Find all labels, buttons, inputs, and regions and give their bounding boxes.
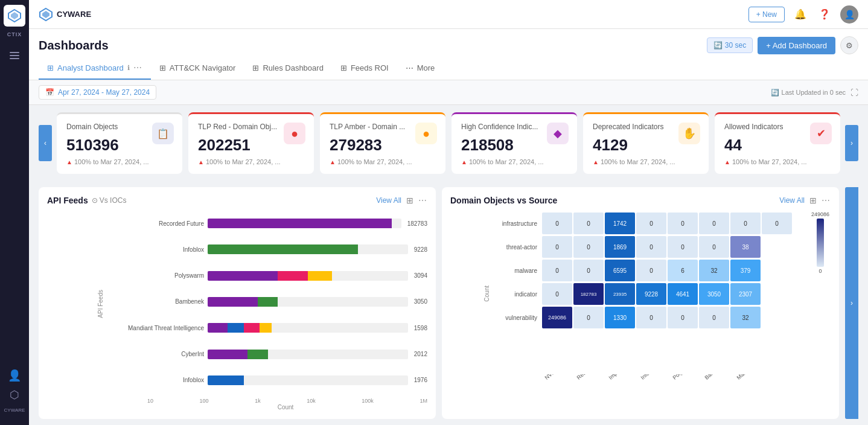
- bar-rows: Recorded Future 182783 Infoblox 9228: [107, 212, 427, 395]
- bar-track-0: [208, 219, 401, 228]
- ctix-label: CTIX: [7, 31, 22, 37]
- bar-chart-grid-icon[interactable]: ⊞: [406, 196, 413, 205]
- tab-info-icon[interactable]: ℹ: [127, 64, 130, 72]
- heatmap-wrapper: Count infrastructure 0 0 1742 0 0 0 0: [450, 212, 831, 374]
- heatmap-title: Domain Objects vs Source: [450, 196, 557, 205]
- tab-feeds-roi[interactable]: ⊞ Feeds ROI: [332, 57, 397, 80]
- card-trend-domain: ▲ 100% to Mar 27, 2024, ...: [66, 158, 173, 165]
- sidebar-bottom: 👤 ⬡ CYWARE: [4, 369, 25, 420]
- bar-val-1: 9228: [414, 246, 427, 253]
- page-title: Dashboards: [39, 39, 109, 53]
- tab-label-more: More: [417, 63, 435, 72]
- heatmap-area: Count infrastructure 0 0 1742 0 0 0 0: [450, 212, 831, 411]
- bar-chart-actions: View All ⊞ ⋯: [376, 196, 427, 205]
- bar-label-5: CyberInt: [107, 351, 204, 357]
- cards-next-arrow[interactable]: ›: [845, 125, 858, 161]
- tab-icon-feeds: ⊞: [340, 63, 347, 72]
- cyware-label: CYWARE: [4, 407, 25, 413]
- bar-label-1: Infoblox: [107, 246, 204, 253]
- menu-toggle[interactable]: [5, 47, 24, 64]
- bar-chart-view-all[interactable]: View All: [376, 196, 401, 205]
- date-row: 📅 Apr 27, 2024 - May 27, 2024 🔄 Last Upd…: [29, 80, 868, 105]
- metric-cards-area: ‹ 📋 Domain Objects 510396 ▲ 100% to Mar …: [29, 105, 868, 181]
- hm-cell-infra-0: 0: [542, 212, 572, 234]
- card-deprecated: ✋ Deprecated Indicators 4129 ▲ 100% to M…: [583, 112, 709, 174]
- heatmap-row-infrastructure: infrastructure 0 0 1742 0 0 0 0 0: [493, 212, 831, 234]
- fullscreen-icon[interactable]: ⛶: [850, 88, 858, 97]
- card-icon-tlp-red: ●: [284, 123, 305, 144]
- tab-analyst-dashboard[interactable]: ⊞ Analyst Dashboard ℹ ⋯: [39, 57, 151, 80]
- x-axis-title: Count: [47, 404, 427, 411]
- scale-max: 249086: [811, 212, 829, 217]
- heatmap-view-all[interactable]: View All: [779, 196, 805, 205]
- bar-row-mandiant: Mandiant Threat Intelligence 1598: [107, 323, 427, 333]
- topbar-right: + New 🔔 ❓ 👤: [748, 5, 858, 24]
- hm-cell-infra-5: 0: [699, 212, 729, 234]
- app-name: CYWARE: [57, 10, 91, 19]
- heatmap-y-label: Count: [483, 286, 490, 302]
- bar-val-4: 1598: [414, 325, 427, 331]
- charts-area: API Feeds ⊙ Vs IOCs View All ⊞ ⋯ API Fee…: [29, 181, 868, 425]
- bar-label-6: Infoblox: [107, 377, 204, 383]
- cards-prev-arrow[interactable]: ‹: [39, 125, 52, 161]
- bar-seg-3b: [258, 297, 278, 307]
- bar-row-infoblox1: Infoblox 9228: [107, 244, 427, 254]
- cyware-logo-icon: [7, 8, 22, 23]
- bar-val-5: 2012: [414, 351, 427, 357]
- tab-menu-icon[interactable]: ⋯: [133, 63, 142, 72]
- heatmap-header: Domain Objects vs Source View All ⊞ ⋯: [450, 196, 831, 205]
- bar-seg-2a: [208, 271, 278, 281]
- heatmap-menu-icon[interactable]: ⋯: [822, 196, 831, 205]
- bar-track-6: [208, 375, 408, 385]
- timer-badge: 🔄 30 sec: [707, 37, 753, 53]
- bar-chart-menu-icon[interactable]: ⋯: [418, 196, 427, 205]
- card-trend-tlp-red: ▲ 100% to Mar 27, 2024, ...: [198, 158, 304, 165]
- bar-seg-6: [208, 375, 244, 385]
- topbar-left: CYWARE: [39, 7, 91, 22]
- bar-track-4: [208, 323, 408, 333]
- avatar[interactable]: 👤: [840, 5, 858, 24]
- help-icon[interactable]: ❓: [816, 6, 833, 22]
- heatmap-grid-icon[interactable]: ⊞: [809, 196, 817, 205]
- hm-cell-mal-4: 6: [668, 260, 698, 281]
- card-allowed: ✔ Allowed Indicators 44 ▲ 100% to Mar 27…: [715, 112, 840, 174]
- bar-label-2: Polyswarm: [107, 272, 204, 279]
- charts-next-arrow[interactable]: ›: [845, 187, 858, 419]
- tab-more[interactable]: ⋯ More: [397, 57, 444, 80]
- bar-seg-2c: [308, 271, 332, 281]
- hm-cell-vuln-0: 249086: [542, 307, 572, 328]
- tab-rules-dashboard[interactable]: ⊞ Rules Dashboard: [244, 57, 331, 80]
- heatmap-col-labels: NVD Recorded Future Import Infoblox Poly…: [450, 374, 831, 411]
- bar-row-infoblox2: Infoblox 1976: [107, 375, 427, 385]
- bar-row-polyswarm: Polyswarm 3094: [107, 271, 427, 281]
- bar-val-6: 1976: [414, 377, 427, 383]
- cyware-logo: CYWARE: [39, 7, 91, 22]
- hm-cell-vuln-5: 0: [699, 307, 729, 328]
- hm-cell-infra-6: 0: [730, 212, 761, 234]
- tab-label-rules: Rules Dashboard: [263, 63, 323, 72]
- hm-cell-vuln-4: 0: [668, 307, 698, 328]
- card-icon-tlp-amber: ●: [415, 123, 437, 144]
- date-range-picker[interactable]: 📅 Apr 27, 2024 - May 27, 2024: [39, 85, 156, 100]
- hm-cell-threat-5: 0: [699, 236, 729, 258]
- brand-icon[interactable]: ⬡: [10, 388, 19, 401]
- card-icon-deprecated: ✋: [678, 123, 700, 144]
- hm-cell-threat-2: 1869: [605, 236, 635, 258]
- hm-cell-infra-3: 0: [636, 212, 666, 234]
- svg-marker-3: [42, 11, 49, 18]
- bar-track-3: [208, 297, 408, 307]
- header-right: 🔄 30 sec + Add Dashboard ⚙: [707, 36, 858, 54]
- card-tlp-amber: ● TLP Amber - Domain ... 279283 ▲ 100% t…: [320, 112, 445, 174]
- scale-gradient: [817, 219, 824, 267]
- add-dashboard-button[interactable]: + Add Dashboard: [758, 37, 835, 54]
- tab-attck-navigator[interactable]: ⊞ ATT&CK Navigator: [151, 57, 244, 80]
- hm-cell-ind-5: 3050: [699, 283, 729, 305]
- bar-val-0: 182783: [407, 220, 427, 227]
- user-icon[interactable]: 👤: [8, 369, 21, 382]
- card-trend-allowed: ▲ 100% to Mar 27, 2024, ...: [724, 158, 831, 165]
- hm-cell-ind-4: 4641: [668, 283, 698, 305]
- notifications-icon[interactable]: 🔔: [792, 6, 809, 22]
- settings-icon[interactable]: ⚙: [840, 36, 858, 54]
- new-button[interactable]: + New: [748, 7, 785, 22]
- bar-chart-wrapper: API Feeds Recorded Future 182783 Infoblo…: [47, 212, 427, 395]
